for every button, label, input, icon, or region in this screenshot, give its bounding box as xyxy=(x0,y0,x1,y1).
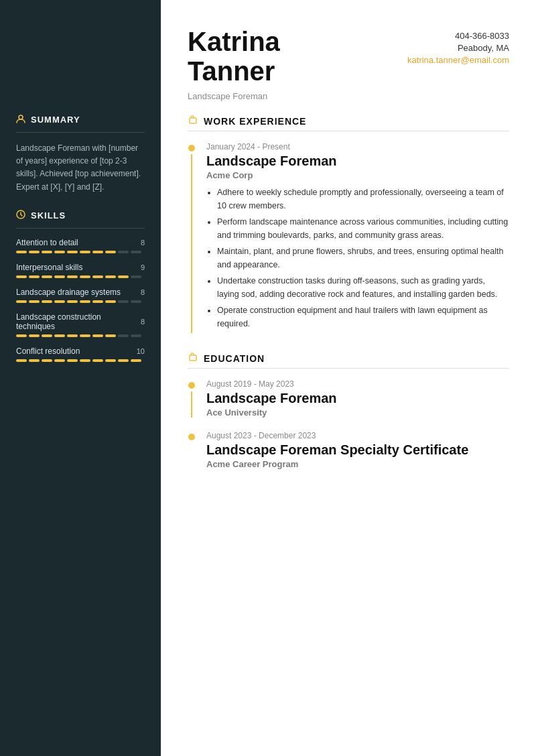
skill-dot xyxy=(105,275,116,278)
work-experience-title: WORK EXPERIENCE xyxy=(204,116,306,127)
skill-name: Landscape construction techniques xyxy=(16,312,141,331)
summary-divider xyxy=(16,132,145,133)
skill-score: 8 xyxy=(141,318,145,326)
edu-item-0: August 2019 - May 2023Landscape ForemanA… xyxy=(188,379,509,418)
skill-dot xyxy=(131,300,141,303)
job-item-0: January 2024 - Present Landscape Foreman… xyxy=(188,142,509,333)
skill-dot xyxy=(118,251,129,253)
skill-dot xyxy=(80,251,90,253)
edu-dot-1 xyxy=(188,434,195,440)
edu-dot-0 xyxy=(188,382,195,389)
education-header: EDUCATION xyxy=(188,352,509,365)
skill-dot xyxy=(131,251,141,253)
edu-item-1: August 2023 - December 2023Landscape For… xyxy=(188,431,509,469)
skill-item: Conflict resolution10 xyxy=(16,346,145,362)
skill-dot xyxy=(80,300,90,303)
skill-dot xyxy=(16,251,27,253)
skill-dot xyxy=(29,359,40,362)
skill-dot xyxy=(29,334,40,337)
skills-section: SKILLS Attention to detail8Interpersonal… xyxy=(0,210,161,387)
skills-list: Attention to detail8Interpersonal skills… xyxy=(16,238,145,362)
skill-bar xyxy=(16,359,145,362)
timeline-line-0 xyxy=(191,154,192,333)
edu-content-0: August 2019 - May 2023Landscape ForemanA… xyxy=(206,379,509,418)
education-divider xyxy=(188,368,509,369)
skill-dot xyxy=(42,334,52,337)
skill-dot xyxy=(16,300,27,303)
skills-title: SKILLS xyxy=(16,210,145,221)
skill-score: 9 xyxy=(141,263,145,271)
skill-dot xyxy=(105,300,116,303)
skill-dot xyxy=(118,300,129,303)
skill-bar xyxy=(16,300,145,303)
skills-icon xyxy=(16,210,25,221)
job-content-0: January 2024 - Present Landscape Foreman… xyxy=(206,142,509,333)
skill-dot xyxy=(54,359,65,362)
education-section: EDUCATION August 2019 - May 2023Landscap… xyxy=(188,352,509,469)
skill-dot xyxy=(105,359,116,362)
header-job-title: Landscape Foreman xyxy=(188,91,280,101)
skill-score: 8 xyxy=(141,239,145,247)
skill-dot xyxy=(29,300,40,303)
skill-dot xyxy=(92,334,103,337)
education-icon xyxy=(188,352,198,365)
skill-bar xyxy=(16,275,145,278)
skills-divider xyxy=(16,228,145,229)
skill-dot xyxy=(80,334,90,337)
summary-text: Landscape Foreman with [number of years]… xyxy=(16,142,145,194)
main-content: Katrina Tanner Landscape Foreman 404-366… xyxy=(161,0,536,756)
content-area: WORK EXPERIENCE January 2024 - Present L… xyxy=(161,115,536,515)
resume-container: SUMMARY Landscape Foreman with [number o… xyxy=(0,0,536,756)
skill-dot xyxy=(16,334,27,337)
skill-item: Attention to detail8 xyxy=(16,238,145,253)
edu-role-1: Landscape Foreman Specialty Certificate xyxy=(206,442,509,458)
skill-dot xyxy=(54,275,65,278)
timeline-dot-0 xyxy=(188,145,195,151)
job-company-0: Acme Corp xyxy=(206,170,509,180)
skill-name: Conflict resolution xyxy=(16,346,80,356)
skill-dot xyxy=(80,275,90,278)
email: katrina.tanner@email.com xyxy=(407,55,509,65)
skill-item: Landscape drainage systems8 xyxy=(16,288,145,303)
job-date-0: January 2024 - Present xyxy=(206,142,509,151)
svg-rect-3 xyxy=(190,355,196,361)
skill-dot xyxy=(29,251,40,253)
skill-dot xyxy=(118,334,129,337)
skill-name: Landscape drainage systems xyxy=(16,288,121,297)
edu-role-0: Landscape Foreman xyxy=(206,391,509,406)
skill-dot xyxy=(16,275,27,278)
header-right: 404-366-8033 Peabody, MA katrina.tanner@… xyxy=(407,27,509,65)
skill-item: Landscape construction techniques8 xyxy=(16,312,145,337)
skill-dot xyxy=(54,300,65,303)
candidate-name: Katrina Tanner xyxy=(188,27,280,86)
phone: 404-366-8033 xyxy=(407,31,509,41)
edu-content-1: August 2023 - December 2023Landscape For… xyxy=(206,431,509,469)
svg-point-0 xyxy=(19,115,23,119)
skill-dot xyxy=(131,334,141,337)
skill-bar xyxy=(16,251,145,253)
header: Katrina Tanner Landscape Foreman 404-366… xyxy=(161,0,536,115)
skill-dot xyxy=(118,275,129,278)
edu-timeline-left-0 xyxy=(188,379,196,418)
edu-institution-0: Ace University xyxy=(206,407,509,418)
skill-dot xyxy=(42,359,52,362)
edu-date-0: August 2019 - May 2023 xyxy=(206,379,509,389)
timeline-left-0 xyxy=(188,142,196,333)
briefcase-icon xyxy=(188,115,198,128)
header-left: Katrina Tanner Landscape Foreman xyxy=(188,27,280,101)
skill-dot xyxy=(16,359,27,362)
skill-dot xyxy=(67,359,78,362)
summary-section: SUMMARY Landscape Foreman with [number o… xyxy=(0,114,161,210)
job-bullet: Perform landscape maintenance across var… xyxy=(217,215,509,242)
skill-dot xyxy=(67,251,78,253)
person-icon xyxy=(16,114,25,125)
location: Peabody, MA xyxy=(407,43,509,53)
work-experience-divider xyxy=(188,131,509,131)
skill-name: Attention to detail xyxy=(16,238,78,247)
skill-dot xyxy=(92,275,103,278)
skill-dot xyxy=(29,275,40,278)
skill-dot xyxy=(67,300,78,303)
work-experience-section: WORK EXPERIENCE January 2024 - Present L… xyxy=(188,115,509,333)
svg-rect-2 xyxy=(190,118,196,123)
skill-item: Interpersonal skills9 xyxy=(16,263,145,278)
